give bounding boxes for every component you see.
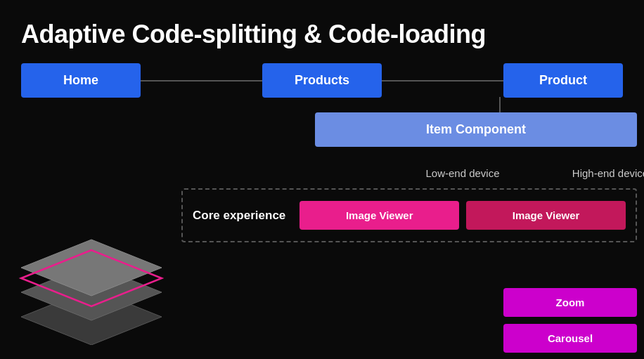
low-end-label: Low-end device [392, 167, 533, 179]
route-product: Product [503, 63, 623, 98]
connector-products-product [382, 80, 503, 81]
route-row: Home Products Product [21, 63, 623, 98]
route-products: Products [262, 63, 382, 98]
layers-logo [14, 218, 169, 345]
device-labels: Low-end device High-end device [315, 167, 637, 179]
experience-section: Core experience Image Viewer Image Viewe… [181, 188, 637, 242]
connector-home-products [141, 80, 262, 81]
page-title: Adaptive Code-splitting & Code-loading [0, 0, 644, 63]
highend-extras: Zoom Carousel [503, 288, 637, 353]
image-viewer-highend: Image Viewer [466, 201, 626, 230]
item-component-container: Item Component [315, 112, 637, 147]
carousel-box: Carousel [503, 324, 637, 353]
core-experience-label: Core experience [193, 209, 285, 223]
devices-row: Image Viewer Image Viewer [300, 201, 626, 230]
diagram-area: Home Products Product Item Component Low… [0, 63, 644, 359]
zoom-box: Zoom [503, 288, 637, 317]
connector-product-item [499, 97, 501, 112]
image-viewer-lowend: Image Viewer [300, 201, 459, 230]
item-component-box: Item Component [315, 112, 637, 147]
route-home: Home [21, 63, 141, 98]
high-end-label: High-end device [540, 167, 644, 179]
